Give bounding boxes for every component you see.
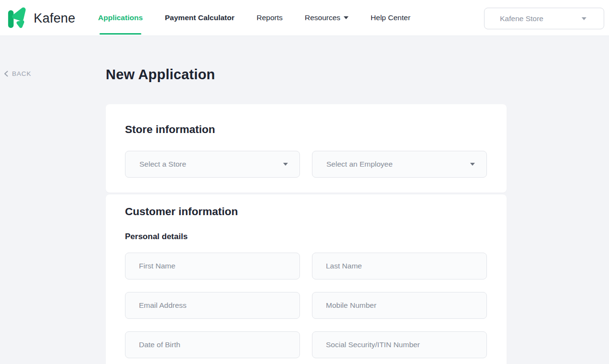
ssn-itin-field[interactable] (312, 331, 487, 358)
select-employee-dropdown[interactable]: Select an Employee (312, 151, 487, 178)
mobile-number-field[interactable] (312, 292, 487, 319)
personal-details-subtitle: Personal details (125, 232, 187, 242)
kafene-logo[interactable]: Kafene (8, 6, 75, 30)
chevron-down-icon (582, 17, 586, 20)
chevron-down-icon (283, 163, 288, 166)
screen: Kafene Applications Payment Calculator R… (0, 0, 609, 364)
store-selector-dropdown[interactable]: Kafene Store (484, 8, 604, 29)
back-label: BACK (12, 70, 31, 77)
main-nav: Applications Payment Calculator Reports … (97, 0, 412, 36)
kafene-logo-text: Kafene (34, 11, 75, 26)
nav-item-reports[interactable]: Reports (255, 0, 284, 36)
top-navigation-bar: Kafene Applications Payment Calculator R… (0, 0, 609, 36)
customer-information-title: Customer information (125, 206, 238, 218)
chevron-down-icon (344, 16, 348, 19)
email-address-field[interactable] (125, 292, 300, 319)
nav-item-applications[interactable]: Applications (97, 0, 144, 36)
select-store-placeholder: Select a Store (139, 160, 186, 169)
page-title: New Application (106, 67, 215, 83)
store-information-title: Store information (125, 123, 215, 136)
nav-item-label: Applications (98, 13, 143, 22)
nav-item-label: Help Center (371, 13, 410, 22)
last-name-field[interactable] (312, 253, 487, 279)
select-store-dropdown[interactable]: Select a Store (125, 151, 300, 178)
nav-item-help-center[interactable]: Help Center (369, 0, 412, 36)
kafene-logo-icon (8, 7, 29, 30)
chevron-down-icon (470, 163, 475, 166)
back-button[interactable]: BACK (4, 70, 31, 77)
store-information-card: Store information Select a Store Select … (106, 104, 507, 193)
nav-item-label: Payment Calculator (165, 13, 235, 22)
nav-item-label: Resources (305, 13, 340, 22)
nav-item-payment-calculator[interactable]: Payment Calculator (163, 0, 236, 36)
chevron-left-icon (4, 71, 8, 77)
date-of-birth-field[interactable] (125, 331, 300, 358)
nav-item-resources[interactable]: Resources (303, 0, 350, 36)
store-selector-value: Kafene Store (500, 14, 543, 23)
customer-information-card: Customer information Personal details (106, 194, 507, 364)
first-name-field[interactable] (125, 253, 300, 279)
select-employee-placeholder: Select an Employee (326, 160, 393, 169)
nav-item-label: Reports (257, 13, 283, 22)
